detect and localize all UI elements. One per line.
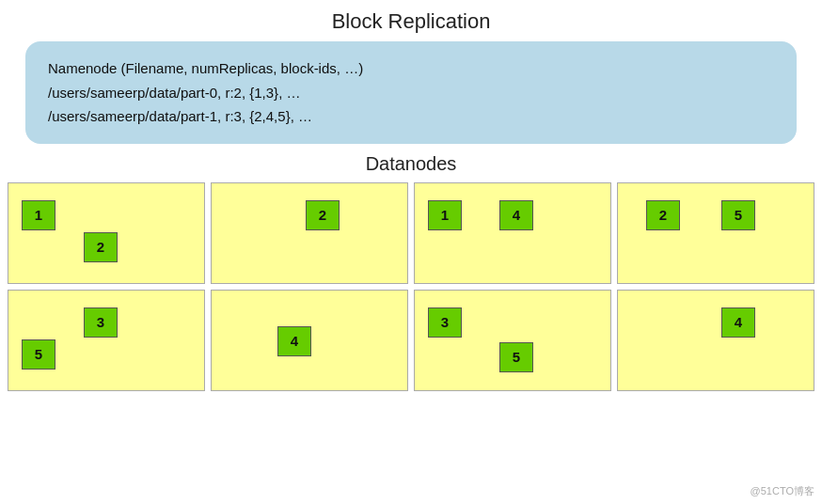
namenode-line-3: /users/sameerp/data/part-1, r:3, {2,4,5}… xyxy=(48,104,774,129)
datanode-cell-5: 53 xyxy=(8,290,205,391)
block-2-in-dn-4: 2 xyxy=(646,200,680,230)
watermark: @51CTO博客 xyxy=(751,484,814,498)
block-1-in-dn-3: 1 xyxy=(428,200,462,230)
datanode-cell-2: 2 xyxy=(211,182,408,284)
namenode-line-1: Namenode (Filename, numReplicas, block-i… xyxy=(48,56,774,81)
datanode-cell-6: 4 xyxy=(211,290,408,391)
block-2-in-dn-1: 2 xyxy=(84,232,118,262)
block-3-in-dn-7: 3 xyxy=(428,307,462,338)
block-5-in-dn-4: 5 xyxy=(721,200,755,230)
datanode-cell-8: 4 xyxy=(617,290,814,391)
datanode-cell-3: 14 xyxy=(414,182,611,284)
datanode-cell-7: 35 xyxy=(414,290,611,391)
datanode-cell-4: 25 xyxy=(617,182,814,284)
block-5-in-dn-7: 5 xyxy=(499,342,533,372)
block-1-in-dn-1: 1 xyxy=(22,200,55,230)
page-title: Block Replication xyxy=(0,0,822,41)
datanode-cell-1: 12 xyxy=(8,182,205,284)
block-5-in-dn-5: 5 xyxy=(22,339,55,370)
block-2-in-dn-2: 2 xyxy=(306,200,340,230)
datanodes-title: Datanodes xyxy=(0,153,822,175)
block-4-in-dn-8: 4 xyxy=(721,307,755,338)
namenode-line-2: /users/sameerp/data/part-0, r:2, {1,3}, … xyxy=(48,81,774,105)
block-4-in-dn-3: 4 xyxy=(499,200,533,230)
block-3-in-dn-5: 3 xyxy=(84,307,118,338)
datanode-grid: 1221425534354 xyxy=(8,182,814,391)
namenode-box: Namenode (Filename, numReplicas, block-i… xyxy=(25,41,797,144)
block-4-in-dn-6: 4 xyxy=(277,326,311,356)
